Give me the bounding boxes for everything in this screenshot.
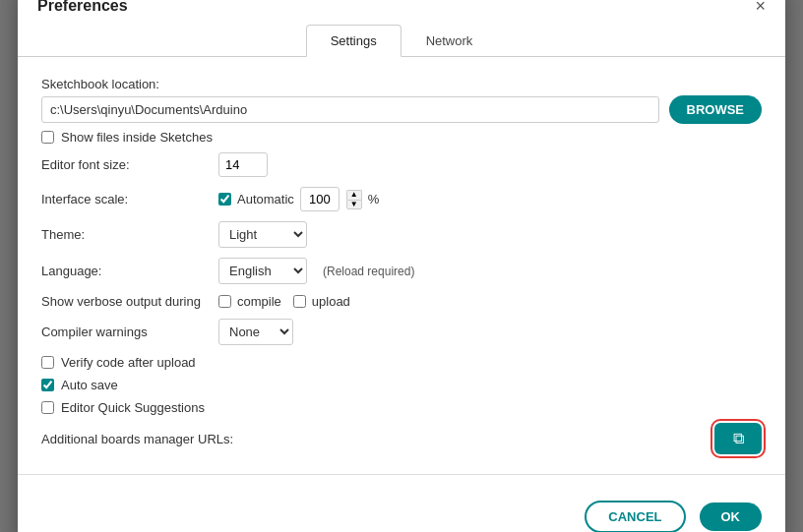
verify-row: Verify code after upload [41, 355, 762, 370]
tab-settings[interactable]: Settings [306, 25, 402, 57]
sketchbook-input[interactable] [41, 96, 659, 123]
settings-content: Sketchbook location: BROWSE Show files i… [18, 57, 785, 464]
upload-label: upload [312, 294, 350, 309]
additional-boards-label: Additional boards manager URLs: [41, 432, 233, 446]
font-size-label: Editor font size: [41, 157, 218, 172]
scale-number-input[interactable] [300, 187, 340, 211]
editor-suggestions-checkbox[interactable] [41, 401, 54, 414]
close-button[interactable]: × [755, 0, 766, 15]
reload-note: (Reload required) [323, 265, 414, 278]
editor-suggestions-label: Editor Quick Suggestions [61, 400, 205, 415]
interface-scale-label: Interface scale: [41, 192, 218, 207]
verbose-row: Show verbose output during compile uploa… [41, 294, 762, 309]
cancel-button[interactable]: CANCEL [585, 501, 685, 532]
auto-save-row: Auto save [41, 378, 762, 392]
theme-row: Theme: Light Dark [41, 221, 762, 248]
scale-spinner: ▲ ▼ [346, 190, 362, 209]
scale-down-button[interactable]: ▼ [346, 200, 362, 209]
auto-save-checkbox[interactable] [41, 379, 54, 391]
ok-button[interactable]: OK [700, 502, 763, 531]
sketchbook-row: BROWSE [41, 95, 762, 124]
theme-select[interactable]: Light Dark [218, 221, 307, 248]
font-size-row: Editor font size: [41, 152, 762, 177]
show-files-label: Show files inside Sketches [61, 130, 213, 145]
scale-up-button[interactable]: ▲ [346, 190, 362, 200]
compile-label: compile [237, 294, 281, 309]
dialog-footer: CANCEL OK [18, 485, 785, 532]
additional-boards-row: Additional boards manager URLs: ⧉ [41, 423, 762, 454]
font-size-input[interactable] [218, 152, 268, 177]
show-files-row: Show files inside Sketches [41, 130, 762, 145]
compile-checkbox[interactable] [218, 295, 231, 308]
show-files-checkbox[interactable] [41, 131, 54, 144]
verbose-controls: compile upload [218, 294, 350, 309]
upload-checkbox[interactable] [293, 295, 306, 308]
dialog-header: Preferences × [18, 0, 785, 15]
dialog-title: Preferences [37, 0, 128, 15]
verify-checkbox[interactable] [41, 356, 54, 369]
theme-label: Theme: [41, 227, 218, 242]
interface-scale-row: Interface scale: Automatic ▲ ▼ % [41, 187, 762, 211]
footer-divider [18, 474, 785, 475]
compiler-warnings-row: Compiler warnings None Default More All [41, 319, 762, 345]
language-label: Language: [41, 264, 218, 278]
editor-suggestions-row: Editor Quick Suggestions [41, 400, 762, 415]
sketchbook-label: Sketchbook location: [41, 77, 159, 91]
language-select[interactable]: English 中文 [218, 258, 307, 284]
verbose-label: Show verbose output during [41, 294, 218, 309]
language-row: Language: English 中文 (Reload required) [41, 258, 762, 284]
link-icon: ⧉ [733, 430, 744, 447]
scale-pct-label: % [368, 192, 380, 207]
additional-boards-button[interactable]: ⧉ [714, 423, 762, 454]
warnings-select[interactable]: None Default More All [218, 319, 293, 345]
auto-scale-checkbox[interactable] [218, 193, 231, 206]
verify-label: Verify code after upload [61, 355, 196, 370]
tab-bar: Settings Network [18, 25, 785, 57]
preferences-dialog: Preferences × Settings Network Sketchboo… [18, 0, 785, 532]
scale-controls: Automatic ▲ ▼ % [218, 187, 379, 211]
tab-network[interactable]: Network [402, 25, 498, 57]
compiler-warnings-label: Compiler warnings [41, 325, 218, 339]
auto-save-label: Auto save [61, 378, 118, 392]
browse-button[interactable]: BROWSE [669, 95, 763, 124]
automatic-label: Automatic [237, 192, 294, 207]
sketchbook-label-row: Sketchbook location: [41, 77, 762, 91]
